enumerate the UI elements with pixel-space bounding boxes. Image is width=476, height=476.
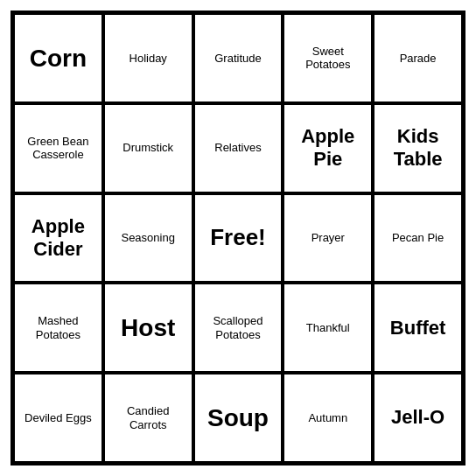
- cell-text-11: Seasoning: [121, 231, 174, 245]
- cell-text-15: Mashed Potatoes: [18, 314, 98, 341]
- cell-text-2: Gratitude: [214, 52, 261, 66]
- bingo-cell-20: Deviled Eggs: [13, 373, 103, 463]
- cell-text-7: Relatives: [214, 141, 261, 155]
- cell-text-18: Thankful: [306, 321, 350, 335]
- bingo-cell-19: Buffet: [373, 283, 463, 373]
- bingo-cell-18: Thankful: [283, 283, 373, 373]
- cell-text-0: Corn: [30, 44, 87, 74]
- bingo-cell-9: Kids Table: [373, 103, 463, 193]
- bingo-cell-11: Seasoning: [103, 193, 193, 284]
- cell-text-17: Scalloped Potatoes: [199, 314, 278, 341]
- cell-text-14: Pecan Pie: [392, 231, 444, 245]
- cell-text-1: Holiday: [130, 52, 167, 66]
- bingo-cell-0: Corn: [13, 13, 103, 103]
- cell-text-23: Autumn: [308, 411, 347, 425]
- bingo-cell-24: Jell-O: [373, 373, 463, 463]
- cell-text-19: Buffet: [390, 317, 446, 340]
- bingo-cell-8: Apple Pie: [283, 103, 373, 193]
- cell-text-10: Apple Cider: [18, 215, 98, 262]
- bingo-cell-14: Pecan Pie: [373, 193, 463, 284]
- cell-text-8: Apple Pie: [288, 125, 368, 172]
- bingo-cell-7: Relatives: [193, 103, 284, 193]
- bingo-cell-3: Sweet Potatoes: [283, 13, 373, 103]
- bingo-cell-13: Prayer: [283, 193, 373, 284]
- bingo-cell-22: Soup: [193, 373, 284, 463]
- cell-text-6: Drumstick: [122, 141, 173, 155]
- bingo-cell-23: Autumn: [283, 373, 373, 463]
- cell-text-13: Prayer: [312, 231, 345, 245]
- bingo-cell-5: Green Bean Casserole: [13, 103, 103, 193]
- cell-text-5: Green Bean Casserole: [18, 135, 98, 162]
- cell-text-3: Sweet Potatoes: [288, 45, 368, 72]
- bingo-cell-16: Host: [103, 283, 193, 373]
- cell-text-22: Soup: [207, 403, 269, 433]
- bingo-cell-6: Drumstick: [103, 103, 193, 193]
- cell-text-21: Candied Carrots: [108, 404, 188, 431]
- cell-text-9: Kids Table: [378, 125, 458, 172]
- bingo-cell-4: Parade: [373, 13, 463, 103]
- bingo-card: CornHolidayGratitudeSweet PotatoesParade…: [10, 10, 466, 466]
- bingo-cell-12: Free!: [193, 193, 284, 284]
- cell-text-12: Free!: [210, 224, 266, 251]
- bingo-cell-2: Gratitude: [193, 13, 284, 103]
- cell-text-4: Parade: [400, 52, 437, 66]
- bingo-cell-17: Scalloped Potatoes: [193, 283, 284, 373]
- bingo-cell-10: Apple Cider: [13, 193, 103, 284]
- bingo-cell-1: Holiday: [103, 13, 193, 103]
- bingo-cell-21: Candied Carrots: [103, 373, 193, 463]
- cell-text-16: Host: [121, 313, 175, 343]
- cell-text-24: Jell-O: [391, 406, 444, 429]
- cell-text-20: Deviled Eggs: [24, 411, 92, 425]
- bingo-cell-15: Mashed Potatoes: [13, 283, 103, 373]
